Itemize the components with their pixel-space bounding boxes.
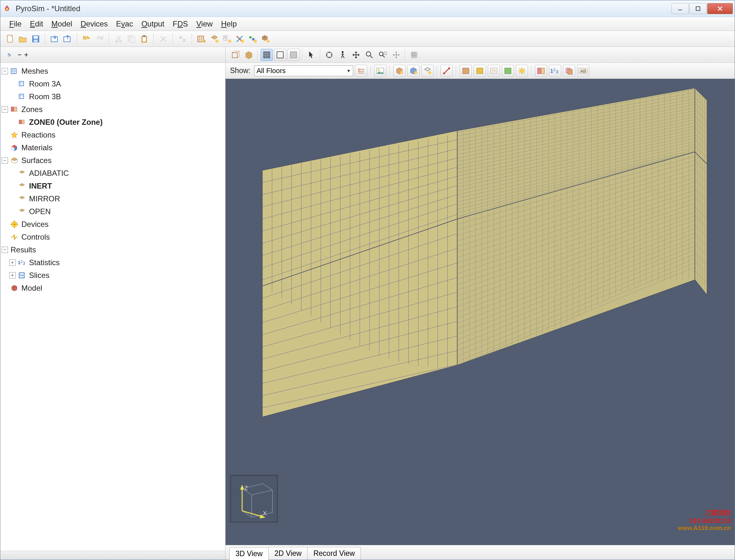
save-icon[interactable] (30, 33, 42, 45)
copy-icon[interactable] (125, 33, 138, 45)
redo-icon[interactable] (94, 33, 106, 45)
floor-manage-icon[interactable] (355, 65, 367, 77)
undo-icon[interactable] (81, 33, 93, 45)
new-surface-icon[interactable] (208, 33, 221, 45)
solid-box-icon[interactable] (243, 49, 255, 61)
show-label: Show: (230, 66, 251, 75)
svg-text:2: 2 (553, 67, 555, 72)
orbit-icon[interactable] (323, 49, 335, 61)
svg-rect-65 (384, 52, 386, 55)
shaded-render-icon[interactable] (288, 49, 300, 61)
tree-controls[interactable]: Controls (21, 233, 50, 242)
tree-zones[interactable]: Zones (21, 105, 43, 114)
delete-icon[interactable] (157, 33, 169, 45)
tree-meshes[interactable]: Meshes (21, 67, 48, 76)
wireframe-box-icon[interactable] (229, 49, 242, 61)
tree-surface-adiabatic[interactable]: ADIABATIC (29, 169, 69, 178)
outline-render-icon[interactable] (274, 49, 286, 61)
split-view-icon[interactable] (535, 65, 547, 77)
svg-text:2: 2 (20, 259, 23, 264)
menu-help[interactable]: Help (218, 18, 240, 30)
floor-select[interactable]: All Floors ▼ (254, 65, 353, 76)
tree-mesh-room3a[interactable]: Room 3A (29, 79, 61, 88)
menu-model[interactable]: Model (48, 18, 75, 30)
toggle-sun-icon[interactable] (516, 65, 528, 77)
grid-toggle-icon[interactable] (408, 49, 420, 61)
mesh-render-icon[interactable] (261, 49, 273, 61)
toggle-d-icon[interactable] (502, 65, 514, 77)
menu-output[interactable]: Output (138, 18, 168, 30)
open-icon[interactable] (17, 33, 29, 45)
zoom-extents-icon[interactable] (377, 49, 389, 61)
menu-fds[interactable]: FDS (169, 18, 191, 30)
collapse-all-icon[interactable]: − (18, 51, 22, 59)
menu-file[interactable]: File (6, 18, 25, 30)
select-tool-icon[interactable] (305, 49, 318, 61)
svg-point-11 (116, 41, 118, 42)
link-icon[interactable] (4, 49, 15, 61)
tree-surface-mirror[interactable]: MIRROR (29, 194, 60, 203)
menubar: File Edit Model Devices Evac Output FDS … (0, 17, 735, 31)
tab-2d-view[interactable]: 2D View (268, 547, 308, 560)
tree-header: − + (0, 47, 225, 63)
tree-mesh-room3b[interactable]: Room 3B (29, 92, 61, 101)
tree-results[interactable]: Results (11, 245, 36, 254)
tree-zone0[interactable]: ZONE0 (Outer Zone) (29, 118, 103, 127)
new-device-icon[interactable] (259, 33, 272, 45)
expand-all-icon[interactable]: + (24, 51, 28, 59)
measure-icon[interactable] (440, 65, 453, 77)
center-icon[interactable] (390, 49, 402, 61)
tree-hscroll[interactable] (0, 551, 225, 560)
label-ab-icon[interactable]: AB (577, 65, 589, 77)
import-icon[interactable] (49, 33, 61, 45)
pan-icon[interactable] (350, 49, 362, 61)
menu-evac[interactable]: Evac (113, 18, 136, 30)
tree-reactions[interactable]: Reactions (21, 131, 56, 139)
toggle-b-icon[interactable] (474, 65, 486, 77)
tree-statistics[interactable]: Statistics (29, 258, 60, 267)
close-button[interactable] (707, 3, 733, 14)
bg-image-icon[interactable] (374, 65, 386, 77)
svg-line-85 (524, 73, 524, 73)
zoom-icon[interactable] (364, 49, 375, 61)
maximize-button[interactable] (689, 3, 707, 14)
tree-surface-inert[interactable]: INERT (29, 182, 52, 190)
tree-surface-open[interactable]: OPEN (29, 207, 51, 216)
window-title: PyroSim - *Untitled (16, 4, 671, 13)
tab-3d-view[interactable]: 3D View (229, 547, 269, 560)
tree-surfaces[interactable]: Surfaces (21, 156, 52, 165)
new-reaction-icon[interactable] (221, 33, 233, 45)
new-material-icon[interactable] (234, 33, 246, 45)
walk-icon[interactable] (337, 49, 349, 61)
svg-text:3: 3 (23, 261, 25, 266)
tree-model[interactable]: Model (21, 284, 42, 293)
menu-devices[interactable]: Devices (77, 18, 111, 30)
show-obstructions-icon[interactable] (393, 65, 405, 77)
new-particle-icon[interactable] (247, 33, 259, 45)
main-toolbar: ✦ (0, 31, 735, 47)
axis-widget[interactable]: Z X (230, 475, 278, 523)
body: − + −Meshes Room 3A Room 3B −Zones ZONE0… (0, 47, 735, 560)
svg-rect-26 (224, 36, 227, 40)
toggle-a-icon[interactable] (460, 65, 472, 77)
menu-view[interactable]: View (193, 18, 216, 30)
numbers-icon[interactable]: 123 (549, 65, 561, 77)
tree-slices[interactable]: Slices (29, 271, 49, 280)
new-icon[interactable] (4, 33, 16, 45)
toggle-c-icon[interactable] (488, 65, 500, 77)
paste-icon[interactable] (138, 33, 150, 45)
show-vents-icon[interactable] (421, 65, 433, 77)
cut-icon[interactable] (113, 33, 125, 45)
group-icon[interactable] (176, 33, 189, 45)
minimize-button[interactable] (671, 3, 689, 14)
tab-record-view[interactable]: Record View (307, 547, 361, 560)
tree-materials[interactable]: Materials (21, 143, 52, 152)
export-icon[interactable] (62, 33, 74, 45)
copy-view-icon[interactable] (563, 65, 575, 77)
viewport-3d[interactable]: Z X 万霖消防 010-56100119 www.A119.com.cn (226, 79, 735, 545)
new-mesh-icon[interactable]: ✦ (196, 33, 208, 45)
tree-devices[interactable]: Devices (21, 220, 49, 229)
show-holes-icon[interactable] (407, 65, 419, 77)
model-tree[interactable]: −Meshes Room 3A Room 3B −Zones ZONE0 (Ou… (0, 63, 225, 551)
menu-edit[interactable]: Edit (27, 18, 46, 30)
